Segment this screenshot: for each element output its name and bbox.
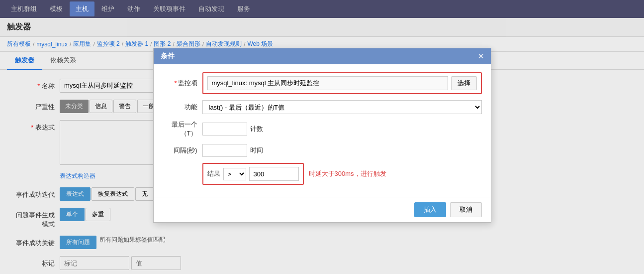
func-label: 功能 <box>163 103 202 112</box>
time-label: 时间 <box>250 146 263 155</box>
cancel-button[interactable]: 取消 <box>450 202 482 217</box>
modal-header: 条件 ✕ <box>154 48 491 64</box>
monitor-item-highlight-box: 选择 <box>202 72 482 94</box>
nav-related-events[interactable]: 关联项事件 <box>147 1 191 16</box>
modal-body: *监控项 选择 功能 last() - 最后（最近）的T值 最后一个（T） 计数 <box>154 64 491 197</box>
nav-host-groups[interactable]: 主机群组 <box>5 1 43 16</box>
modal-title: 条件 <box>161 52 175 61</box>
func-select[interactable]: last() - 最后（最近）的T值 <box>202 100 482 114</box>
count-label: 计数 <box>250 125 263 134</box>
interval-label: 间隔(秒) <box>163 146 202 155</box>
nav-actions[interactable]: 动作 <box>121 1 146 16</box>
nav-maintenance[interactable]: 维护 <box>95 1 120 16</box>
modal-close-button[interactable]: ✕ <box>478 52 484 60</box>
nav-auto-discovery[interactable]: 自动发现 <box>192 1 230 16</box>
modal-row-monitor-item: *监控项 选择 <box>163 72 482 94</box>
monitor-item-label: *监控项 <box>163 79 202 88</box>
interval-input[interactable] <box>202 144 247 157</box>
result-hint: 时延大于300ms，进行触发 <box>309 169 386 178</box>
insert-button[interactable]: 插入 <box>414 202 446 217</box>
last-t-input[interactable] <box>202 123 247 136</box>
nav-services[interactable]: 服务 <box>231 1 256 16</box>
modal-row-func: 功能 last() - 最后（最近）的T值 <box>163 100 482 114</box>
last-t-label: 最后一个（T） <box>163 120 202 138</box>
modal-row-result: 结果 > < >= <= = <> 时延大于300ms，进行触发 <box>163 163 482 185</box>
operator-select[interactable]: > < >= <= = <> <box>223 168 246 180</box>
modal-overlay: 条件 ✕ *监控项 选择 功能 last() - 最后（最近）的T值 <box>0 18 644 274</box>
modal-footer: 插入 取消 <box>154 197 491 222</box>
nav-templates[interactable]: 模板 <box>44 1 69 16</box>
modal-row-interval: 间隔(秒) 时间 <box>163 144 482 157</box>
top-navigation: 主机群组 模板 主机 维护 动作 关联项事件 自动发现 服务 <box>0 0 644 18</box>
modal-row-last-t: 最后一个（T） 计数 <box>163 120 482 138</box>
select-monitor-item-button[interactable]: 选择 <box>451 76 477 90</box>
conditions-modal: 条件 ✕ *监控项 选择 功能 last() - 最后（最近）的T值 <box>153 48 491 223</box>
result-value-input[interactable] <box>249 167 299 181</box>
result-label: 结果 <box>207 169 220 178</box>
result-highlight-box: 结果 > < >= <= = <> <box>202 163 304 185</box>
nav-hosts[interactable]: 主机 <box>70 1 94 16</box>
monitor-item-input[interactable] <box>207 76 448 90</box>
